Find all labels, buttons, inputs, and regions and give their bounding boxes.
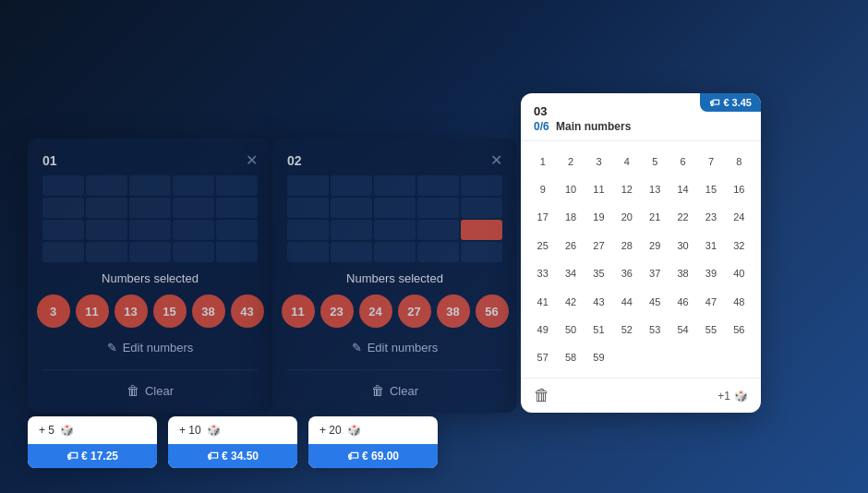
add-card-20-price[interactable]: 🏷 € 69.00 [308,444,438,468]
tag-icon-small: 🏷 [207,450,218,463]
grid-number-2[interactable]: 2 [558,149,583,174]
grid-number-21[interactable]: 21 [643,205,668,230]
grid-number-31[interactable]: 31 [698,233,723,258]
card-01-edit-button[interactable]: ✎ Edit numbers [107,341,194,355]
add-card-5-top: + 5 🎲 [28,416,157,444]
grid-number-3[interactable]: 3 [586,149,611,174]
grid-number-12[interactable]: 12 [614,176,639,201]
grid-number-7[interactable]: 7 [698,149,723,174]
edit-icon: ✎ [107,341,117,355]
grid-number-52[interactable]: 52 [614,317,639,342]
grid-number-54[interactable]: 54 [670,317,695,342]
pcell [86,242,127,262]
grid-number-11[interactable]: 11 [586,176,611,201]
card-01-clear-label: Clear [145,384,174,398]
card-02-numbers-label: Numbers selected [346,271,443,285]
card-02-edit-button[interactable]: ✎ Edit numbers [352,341,439,355]
grid-number-58[interactable]: 58 [558,345,583,370]
grid-number-1[interactable]: 1 [530,149,555,174]
dice-icon-small: 🎲 [60,424,74,437]
grid-number-32[interactable]: 32 [727,233,752,258]
picker-clear-button[interactable]: 🗑 [534,386,550,405]
grid-number-53[interactable]: 53 [643,317,668,342]
card-02-clear-label: Clear [390,384,418,398]
grid-number-59[interactable]: 59 [586,345,611,370]
pcell [287,175,329,196]
grid-number-16[interactable]: 16 [727,176,752,201]
grid-number-33[interactable]: 33 [530,261,555,286]
grid-number-30[interactable]: 30 [670,233,695,258]
pcell [331,220,372,240]
grid-number-34[interactable]: 34 [558,261,583,286]
pcell [86,175,127,196]
grid-number-4[interactable]: 4 [614,149,639,174]
grid-number-55[interactable]: 55 [698,317,723,342]
grid-number-27[interactable]: 27 [586,233,611,258]
grid-number-17[interactable]: 17 [530,205,555,230]
grid-number-22[interactable]: 22 [670,205,695,230]
dice-icon-small: 🎲 [347,424,361,437]
pcell [42,220,84,240]
grid-number-40[interactable]: 40 [727,261,752,286]
card-02-clear-button[interactable]: 🗑 Clear [371,383,418,398]
add-card-5-price[interactable]: 🏷 € 17.25 [28,444,157,468]
grid-number-29[interactable]: 29 [643,233,668,258]
grid-number-57[interactable]: 57 [530,345,555,370]
add-card-10-price[interactable]: 🏷 € 34.50 [168,444,297,468]
ball: 13 [115,295,148,328]
grid-number-9[interactable]: 9 [530,176,555,201]
grid-number-42[interactable]: 42 [558,289,583,314]
add-card-20[interactable]: + 20 🎲 🏷 € 69.00 [308,416,438,468]
picker-random-button[interactable]: +1 🎲 [717,390,748,403]
grid-number-35[interactable]: 35 [586,261,611,286]
pcell [216,175,258,196]
pcell [86,198,127,218]
grid-number-19[interactable]: 19 [586,205,611,230]
grid-number-20[interactable]: 20 [614,205,639,230]
grid-number-39[interactable]: 39 [698,261,723,286]
grid-number-43[interactable]: 43 [586,289,611,314]
grid-number-44[interactable]: 44 [614,289,639,314]
grid-number-14[interactable]: 14 [670,176,695,201]
grid-number-46[interactable]: 46 [670,289,695,314]
grid-number-36[interactable]: 36 [614,261,639,286]
card-01-close-button[interactable]: ✕ [246,153,258,168]
grid-number-6[interactable]: 6 [670,149,695,174]
grid-number-5[interactable]: 5 [643,149,668,174]
grid-number-47[interactable]: 47 [698,289,723,314]
grid-number-10[interactable]: 10 [558,176,583,201]
trash-icon: 🗑 [534,386,550,404]
grid-number-25[interactable]: 25 [530,233,555,258]
card-01-numbers-label: Numbers selected [102,271,199,285]
grid-number-50[interactable]: 50 [558,317,583,342]
grid-number-15[interactable]: 15 [698,176,723,201]
grid-number-48[interactable]: 48 [727,289,752,314]
grid-number-49[interactable]: 49 [530,317,555,342]
pcell [42,242,84,262]
grid-number-28[interactable]: 28 [614,233,639,258]
add-card-5[interactable]: + 5 🎲 🏷 € 17.25 [28,416,157,468]
card-01-edit-label: Edit numbers [123,341,194,355]
grid-number-51[interactable]: 51 [586,317,611,342]
grid-number-45[interactable]: 45 [643,289,668,314]
grid-number-26[interactable]: 26 [558,233,583,258]
grid-number-8[interactable]: 8 [727,149,752,174]
grid-number-37[interactable]: 37 [643,261,668,286]
grid-number-56[interactable]: 56 [727,317,752,342]
grid-number-24[interactable]: 24 [727,205,752,230]
card-02-close-button[interactable]: ✕ [490,153,502,168]
pcell [129,242,171,262]
ball: 15 [153,295,187,328]
grid-number-18[interactable]: 18 [558,205,583,230]
card-01-clear-button[interactable]: 🗑 Clear [127,383,174,398]
card-02-numbers-row: 11 23 24 27 38 56 [282,295,509,328]
grid-number-41[interactable]: 41 [530,289,555,314]
tag-icon: 🏷 [709,97,719,108]
pcell [287,242,329,262]
add-card-20-label: + 20 [319,424,342,437]
grid-number-13[interactable]: 13 [643,176,668,201]
add-card-10[interactable]: + 10 🎲 🏷 € 34.50 [168,416,297,468]
edit-icon: ✎ [352,341,362,355]
grid-number-38[interactable]: 38 [670,261,695,286]
grid-number-23[interactable]: 23 [698,205,723,230]
